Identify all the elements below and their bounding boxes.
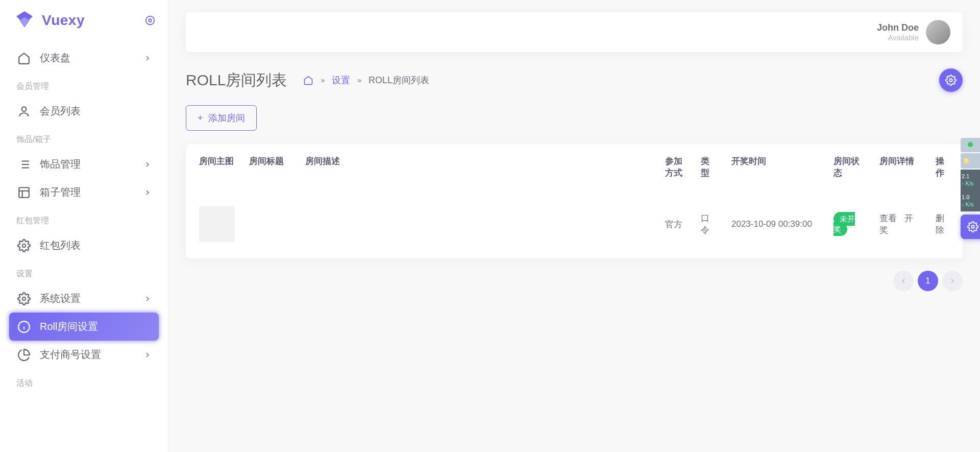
list-icon [17,158,31,171]
breadcrumb-home[interactable] [303,75,313,85]
chevron-right-icon [143,54,152,62]
th-status: 房间状态 [826,144,872,190]
nav-section-redpack: 红包管理 [9,206,159,231]
cell-thumb [186,190,242,258]
sidebar-item-box-mgmt[interactable]: 箱子管理 [9,178,159,206]
sidebar-item-payment[interactable]: 支付商号设置 [9,341,159,369]
sidebar-item-label: 饰品管理 [40,157,81,171]
svg-point-1 [149,19,152,22]
sidebar-item-ornament-mgmt[interactable]: 饰品管理 [9,150,159,178]
cell-detail: 查看 开奖 [872,190,928,258]
pagination: 1 [186,271,963,291]
sidebar-item-roll-room[interactable]: Roll房间设置 [9,313,159,341]
nav-section-member: 会员管理 [9,72,159,97]
th-detail: 房间详情 [872,144,928,190]
cell-title [242,190,298,258]
info-icon [17,320,31,334]
brand-logo-icon [14,10,35,31]
topbar: John Doe Available [186,12,963,52]
main-content: John Doe Available ROLL房间列表 » 设置 » ROLL房… [168,0,980,452]
status-dot-icon [968,142,973,147]
avatar[interactable] [926,20,950,44]
layout-icon [17,186,31,199]
data-card: 房间主图 房间标题 房间描述 参加方式 类型 开奖时间 房间状态 房间详情 操作 [186,144,963,258]
add-button-label: 添加房间 [208,112,245,124]
gear-icon [17,239,31,252]
chevron-right-icon [143,351,152,359]
cell-status: 未开奖 [826,190,872,258]
table-row: 官方 口令 2023-10-09 00:39:00 未开奖 查看 开奖 删除 [186,190,963,258]
traffic-up-value: 2.1 [962,173,969,179]
right-gadgets: 2.1 ↑ K/s 1.0 ↓ K/s [961,138,980,239]
svg-point-13 [22,297,26,300]
user-icon [17,105,31,118]
svg-point-17 [949,79,952,82]
gear-icon [17,292,31,305]
breadcrumb-sep-icon: » [321,76,325,84]
nav-section-ornament: 饰品/箱子 [9,125,159,150]
traffic-down-unit: K/s [966,201,974,207]
nav-section-settings: 设置 [9,259,159,284]
pie-icon [17,348,31,362]
page-title: ROLL房间列表 [186,70,287,91]
traffic-up-unit: K/s [966,180,974,186]
room-table: 房间主图 房间标题 房间描述 参加方式 类型 开奖时间 房间状态 房间详情 操作 [186,144,963,258]
user-menu[interactable]: John Doe Available [877,20,950,44]
page-header: ROLL房间列表 » 设置 » ROLL房间列表 [186,68,963,92]
room-thumbnail [199,206,235,242]
action-view[interactable]: 查看 [879,213,897,223]
sidebar-item-label: 箱子管理 [40,185,81,199]
pagination-prev[interactable] [893,271,914,291]
plus-icon: + [198,113,203,124]
sidebar-item-label: 会员列表 [40,104,81,118]
action-delete[interactable]: 删除 [936,213,944,235]
page-settings-button[interactable] [939,68,963,92]
brand-name: Vuexy [42,12,85,29]
chevron-right-icon [143,295,152,303]
status-badge: 未开奖 [834,212,855,236]
cell-joinmode: 官方 [658,190,694,258]
breadcrumb-sep-icon: » [357,76,361,84]
sidebar: Vuexy 仪表盘 会员管理 会员列表 饰品/箱子 饰品管理 [0,0,168,452]
breadcrumb-settings[interactable]: 设置 [332,74,350,86]
theme-customizer-button[interactable] [961,215,980,239]
th-joinmode: 参加方式 [658,144,694,190]
breadcrumb-current: ROLL房间列表 [369,74,429,86]
th-title: 房间标题 [242,144,298,190]
sidebar-item-dashboard[interactable]: 仪表盘 [9,44,159,72]
th-drawtime: 开奖时间 [724,144,826,190]
nav-list: 仪表盘 会员管理 会员列表 饰品/箱子 饰品管理 箱子管理 红包管理 [0,44,168,394]
sidebar-item-label: Roll房间设置 [40,320,98,334]
user-name: John Doe [877,22,919,33]
sidebar-collapse-icon[interactable] [144,15,156,26]
svg-point-12 [22,244,26,247]
th-type: 类型 [694,144,724,190]
sidebar-item-label: 仪表盘 [40,51,70,65]
chevron-right-icon [143,188,152,197]
sidebar-item-label: 支付商号设置 [40,348,101,362]
pagination-next[interactable] [942,271,963,291]
svg-point-2 [22,107,27,111]
sidebar-item-sys-settings[interactable]: 系统设置 [9,284,159,313]
breadcrumb: » 设置 » ROLL房间列表 [303,74,429,86]
chevron-right-icon [143,160,152,169]
th-thumb: 房间主图 [186,144,242,190]
brand[interactable]: Vuexy [0,10,168,44]
home-icon [17,52,31,65]
svg-point-18 [971,225,974,228]
shield-widget [961,153,980,169]
add-room-button[interactable]: + 添加房间 [186,105,257,131]
traffic-up: 2.1 ↑ K/s [961,170,980,191]
sidebar-item-redpack-list[interactable]: 红包列表 [9,231,159,259]
th-desc: 房间描述 [298,144,658,190]
traffic-down: 1.0 ↓ K/s [961,191,980,211]
traffic-down-value: 1.0 [962,194,969,200]
nav-section-activity: 活动 [9,369,159,394]
cell-type: 口令 [694,190,724,258]
svg-rect-9 [19,187,29,198]
sidebar-item-label: 系统设置 [40,292,81,305]
cell-ops: 删除 [928,190,963,258]
user-status: Available [877,33,919,42]
sidebar-item-member-list[interactable]: 会员列表 [9,97,159,125]
pagination-page-1[interactable]: 1 [918,271,938,291]
